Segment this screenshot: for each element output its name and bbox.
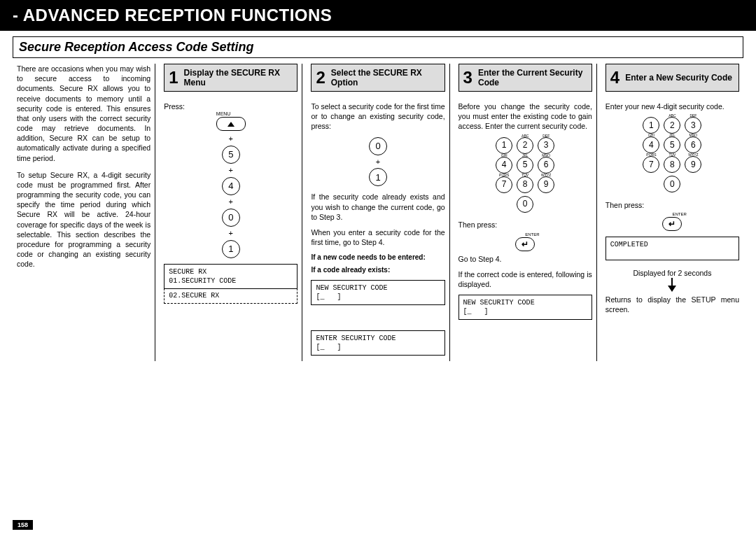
enter-icon: ↵	[522, 239, 528, 250]
enter-button: ↵	[662, 217, 682, 231]
intro-p2: To setup Secure RX, a 4-digit security c…	[17, 170, 150, 269]
key-letters: ABC	[522, 134, 528, 139]
step4-p2: Displayed for 2 seconds	[606, 268, 739, 278]
arrow-up-icon	[227, 122, 234, 127]
key-letters: GHI	[648, 133, 654, 138]
key-1: 1	[222, 240, 240, 258]
keypad-key-5: 5JKL	[517, 157, 533, 174]
key-letters: WXYZ	[541, 173, 551, 178]
keypad-key-4: 4GHI	[643, 136, 659, 153]
step3-header: 3 Enter the Current Security Code	[458, 64, 592, 92]
step1-header: 1 Display the SECURE RX Menu	[164, 64, 298, 92]
step4-p3: Returns to display the SETUP menu screen…	[606, 295, 739, 314]
keypad-key-2: 2ABC	[517, 137, 533, 154]
key-letters: TUV	[522, 173, 528, 178]
step2-p2: If the security code already exists and …	[311, 192, 444, 222]
key-letters: DEF	[542, 134, 550, 139]
step4-num: 4	[610, 69, 620, 86]
subtitle-bar: Secure Reception Access Code Setting	[13, 36, 743, 58]
keypad-key-2: 2ABC	[664, 117, 680, 134]
step4-column: 4 Enter a New Security Code Enter your n…	[596, 64, 743, 361]
step3-then-press: Then press:	[458, 220, 592, 230]
step4-lcd-a: COMPLETED	[606, 237, 739, 260]
key-0: 0	[369, 137, 387, 155]
step3-p3: If the correct code is entered, followin…	[458, 269, 592, 289]
plus-icon: +	[229, 228, 233, 239]
intro-p1: There are occasions when you may wish to…	[17, 64, 150, 163]
key-letters: TUV	[668, 153, 676, 157]
keypad-key-0: 0	[664, 176, 680, 192]
step2-p1: To select a security code for the first …	[311, 101, 444, 132]
step1-num: 1	[169, 69, 178, 86]
enter-button: ↵	[515, 237, 535, 251]
key-0: 0	[222, 209, 240, 227]
step2-lcd-a: NEW SECURITY CODE [_ ]	[311, 280, 444, 305]
arrow-down-icon	[668, 286, 676, 292]
step1-lcd-a: SECURE RX 01.SECURITY CODE	[164, 264, 298, 289]
enter-icon: ↵	[668, 218, 676, 230]
plus-icon: +	[229, 165, 233, 176]
keypad-key-3: 3DEF	[538, 137, 554, 154]
intro-column: There are occasions when you may wish to…	[13, 64, 155, 361]
key-letters: MNO	[690, 133, 698, 138]
step4-title: Enter a New Security Code	[625, 73, 732, 83]
keypad-key-3: 3DEF	[685, 117, 701, 134]
keypad: 12ABC3DEF4GHI5JKL6MNO7PQRS8TUV9WXYZ0	[606, 117, 739, 192]
step2-lcd-b: ENTER SECURITY CODE [_ ]	[311, 330, 444, 356]
key-letters: PQRS	[646, 153, 656, 157]
key-letters: JKL	[522, 153, 528, 158]
key-4: 4	[222, 177, 240, 195]
enter-label: ENTER	[525, 232, 539, 237]
keypad-key-5: 5JKL	[664, 136, 680, 153]
step3-column: 3 Enter the Current Security Code Before…	[449, 64, 596, 361]
step4-then-press: Then press:	[606, 200, 739, 210]
step3-lcd-a: NEW SECURITY CODE [_ ]	[458, 295, 592, 320]
keypad-key-8: 8TUV	[517, 176, 533, 193]
step2-num: 2	[316, 69, 325, 86]
step2-column: 2 Select the SECURE RX Option To select …	[302, 64, 449, 361]
step2-header: 2 Select the SECURE RX Option	[311, 64, 444, 92]
step2-p3: When you enter a security code for the f…	[311, 227, 444, 247]
keypad-key-7: 7PQRS	[643, 156, 659, 173]
keypad-key-0: 0	[517, 196, 533, 213]
step4-header: 4 Enter a New Security Code	[606, 64, 739, 92]
keypad: 12ABC3DEF4GHI5JKL6MNO7PQRS8TUV9WXYZ0	[458, 137, 592, 213]
key-letters: WXYZ	[688, 153, 698, 157]
step3-title: Enter the Current Security Code	[478, 68, 587, 88]
step3-p2: Go to Step 4.	[458, 254, 592, 264]
key-letters: ABC	[668, 113, 676, 118]
keypad-key-9: 9WXYZ	[685, 156, 701, 173]
enter-label: ENTER	[672, 211, 686, 217]
key-letters: JKL	[669, 133, 676, 138]
plus-icon: +	[229, 134, 233, 144]
step3-num: 3	[463, 69, 472, 86]
key-letters: PQRS	[499, 173, 509, 178]
step4-p1: Enter your new 4-digit security code.	[606, 101, 739, 111]
keypad-key-8: 8TUV	[664, 156, 680, 173]
key-letters: DEF	[690, 113, 696, 118]
key-5: 5	[222, 146, 240, 164]
keypad-key-4: 4GHI	[496, 157, 512, 174]
keypad-key-7: 7PQRS	[496, 176, 512, 193]
keypad-key-1: 1	[643, 117, 659, 134]
key-letters: MNO	[542, 153, 550, 158]
menu-up-button	[216, 117, 246, 131]
keypad-key-9: 9WXYZ	[538, 176, 554, 193]
step2-title: Select the SECURE RX Option	[331, 68, 440, 88]
key-1: 1	[369, 168, 387, 186]
step1-press: Press:	[164, 101, 298, 111]
step2-b1: If a new code needs to be entered:	[311, 253, 444, 262]
key-letters: GHI	[501, 153, 507, 158]
plus-icon: +	[229, 197, 233, 207]
header-bar: - ADVANCED RECEPTION FUNCTIONS	[0, 0, 756, 31]
page-number: 158	[13, 520, 33, 530]
keypad-key-6: 6MNO	[538, 157, 554, 174]
step3-p1: Before you change the security code, you…	[458, 101, 592, 132]
step1-title: Display the SECURE RX Menu	[184, 68, 293, 88]
plus-icon: +	[376, 157, 380, 167]
keypad-key-6: 6MNO	[685, 136, 701, 153]
keypad-key-1: 1	[496, 137, 512, 154]
step1-lcd-b: 02.SECURE RX	[164, 288, 298, 304]
step1-column: 1 Display the SECURE RX Menu Press: MENU…	[155, 64, 302, 361]
step2-b2: If a code already exists:	[311, 265, 444, 275]
